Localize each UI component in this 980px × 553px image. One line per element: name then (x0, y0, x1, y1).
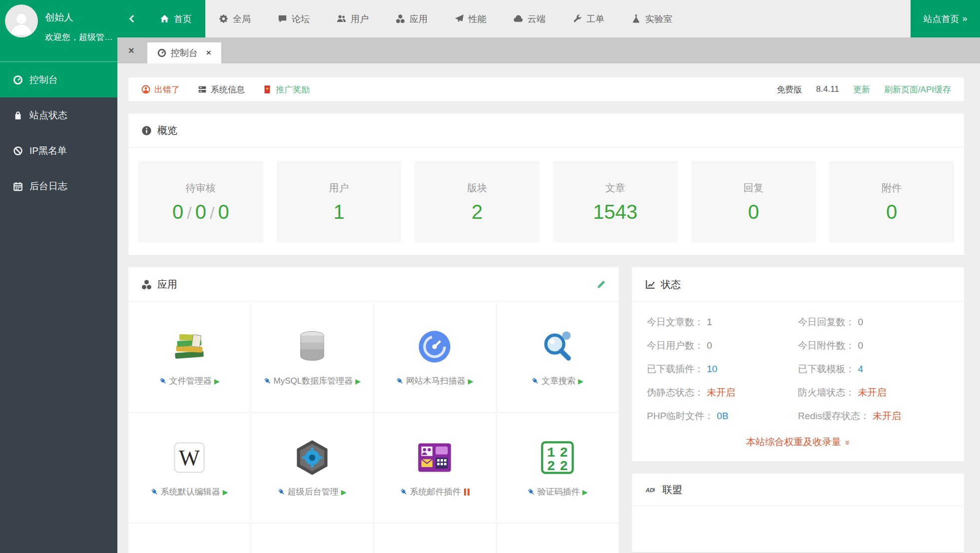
chart-line-icon (645, 279, 655, 290)
play-icon[interactable]: ▶ (578, 377, 583, 385)
pause-icon[interactable] (464, 489, 470, 496)
tab-dashboard[interactable]: 控制台 × (147, 42, 221, 63)
union-panel: AD 联盟 (632, 474, 964, 552)
topbar-spacer (686, 0, 911, 37)
status-label: 伪静态状态： (647, 386, 704, 399)
nav-item-云端[interactable]: 云端 (500, 0, 559, 37)
status-row-已下载模板: 已下载模板：4 (798, 363, 950, 376)
card-label: 用户 (329, 181, 349, 195)
status-label: 今日回复数： (798, 316, 855, 329)
app-tile-系统默认编辑器[interactable]: W系统默认编辑器▶ (128, 413, 251, 524)
app-name: 系统邮件插件 (410, 486, 461, 498)
file-manager-icon (170, 327, 209, 366)
site-home-button[interactable]: 站点首页 » (911, 0, 980, 37)
nav-item-用户[interactable]: 用户 (323, 0, 382, 37)
plug-icon (531, 377, 539, 385)
app-tile-验证码插件[interactable]: 1222验证码插件▶ (496, 413, 619, 524)
sidebar-item-IP黑名单[interactable]: IP黑名单 (0, 133, 117, 168)
article-search-icon (538, 327, 577, 366)
union-body (632, 506, 964, 552)
sidebar-item-后台日志[interactable]: 后台日志 (0, 168, 117, 204)
cubes-icon (396, 14, 405, 23)
status-label: 今日文章数： (647, 316, 704, 329)
edit-apps-button[interactable] (596, 280, 606, 289)
card-value: 2 (472, 202, 483, 222)
card-value-part: 0 (748, 201, 759, 223)
card-value-part: 1 (333, 201, 344, 223)
sidebar-item-站点状态[interactable]: 站点状态 (0, 97, 117, 133)
status-row-今日文章数: 今日文章数：1 (647, 316, 798, 329)
nav-item-论坛[interactable]: 论坛 (264, 0, 323, 37)
close-all-tabs-button[interactable]: × (123, 45, 139, 56)
status-label: PHP临时文件： (647, 410, 714, 423)
status-label: 已下载模板： (798, 363, 855, 376)
app-tile-partial[interactable] (496, 524, 619, 553)
app-tile-partial[interactable] (374, 524, 496, 553)
card-value-part: 2 (472, 201, 483, 223)
play-icon[interactable]: ▶ (341, 488, 347, 496)
nav-item-应用[interactable]: 应用 (382, 0, 441, 37)
nav-item-label: 论坛 (292, 13, 310, 25)
overview-card-附件: 附件0 (829, 161, 954, 242)
status-value[interactable]: 4 (858, 364, 864, 375)
plug-icon (278, 488, 286, 496)
app-tile-文章搜索[interactable]: 文章搜索▶ (496, 302, 619, 413)
toolbar-right-刷新页面/API缓存[interactable]: 刷新页面/API缓存 (884, 84, 951, 95)
app-tile-文件管理器[interactable]: 文件管理器▶ (128, 302, 251, 413)
app-tile-partial[interactable] (128, 524, 251, 553)
toolbar-link-label: 出错了 (154, 84, 180, 95)
user-panel[interactable]: 创始人 欢迎您，超级管… (0, 0, 117, 62)
nav-item-首页[interactable]: 首页 (146, 0, 205, 37)
status-value[interactable]: 10 (707, 364, 717, 375)
status-row-防火墙状态: 防火墙状态：未开启 (798, 386, 950, 399)
status-title: 状态 (661, 278, 681, 291)
play-icon[interactable]: ▶ (582, 488, 588, 496)
play-icon[interactable]: ▶ (223, 488, 228, 496)
close-tab-icon[interactable]: × (206, 48, 211, 58)
app-tile-网站木马扫描器[interactable]: 网站木马扫描器▶ (374, 302, 496, 413)
play-icon[interactable]: ▶ (214, 377, 220, 385)
dashboard-icon (157, 48, 166, 57)
status-header: 状态 (632, 267, 964, 302)
nav-item-全局[interactable]: 全局 (205, 0, 264, 37)
collapse-sidebar-button[interactable] (117, 0, 146, 37)
toolbar-link-推广奖励[interactable]: 推广奖励 (263, 84, 310, 95)
overview-header: 概览 (128, 113, 964, 148)
union-header: AD 联盟 (632, 474, 964, 506)
overview-cards: 待审核0/0/0用户1版块2文章1543回复0附件0 (128, 148, 964, 255)
sidebar-item-控制台[interactable]: 控制台 (0, 62, 117, 97)
toolbar-link-出错了[interactable]: 出错了 (141, 84, 180, 95)
status-value: 未开启 (858, 386, 887, 399)
plug-icon (527, 488, 535, 496)
ban-icon (13, 146, 23, 156)
app-name: 验证码插件 (537, 486, 580, 498)
nav-item-实验室[interactable]: 实验室 (618, 0, 686, 37)
default-editor-icon: W (170, 438, 209, 477)
home-icon (160, 14, 169, 23)
content-area: 出错了系统信息推广奖励 免费版8.4.11更新刷新页面/API缓存 概览 待审核… (117, 63, 980, 553)
toolbar-right: 免费版8.4.11更新刷新页面/API缓存 (777, 84, 951, 95)
seo-rank-link[interactable]: 本站综合权重及收录量» (632, 426, 964, 462)
plug-icon (400, 488, 408, 496)
app-tile-超级后台管理[interactable]: 超级后台管理▶ (251, 413, 374, 524)
gear-icon (219, 14, 228, 23)
plug-icon (151, 488, 159, 496)
app-tile-MySQL数据库管理器[interactable]: MySQL数据库管理器▶ (251, 302, 374, 413)
overview-card-回复: 回复0 (691, 161, 816, 242)
status-label: 今日用户数： (647, 339, 704, 352)
nav-item-性能[interactable]: 性能 (441, 0, 500, 37)
toolbar-right-更新[interactable]: 更新 (853, 84, 870, 95)
status-label: Redis缓存状态： (798, 410, 870, 423)
play-icon[interactable]: ▶ (468, 377, 474, 385)
tab-bar: × 控制台 × (117, 37, 980, 63)
status-row-Redis缓存状态: Redis缓存状态：未开启 (798, 410, 950, 423)
toolbar-link-系统信息[interactable]: 系统信息 (198, 84, 245, 95)
app-tile-partial[interactable]: 简 (251, 524, 374, 553)
main-column: 首页全局论坛用户应用性能云端工单实验室 站点首页 » × 控制台 × 出错了系统… (117, 0, 980, 553)
status-value[interactable]: 0B (717, 411, 728, 422)
apps-title: 应用 (157, 278, 177, 291)
toolbar-right-8.4.11: 8.4.11 (816, 84, 839, 94)
app-tile-系统邮件插件[interactable]: 系统邮件插件 (374, 413, 496, 524)
nav-item-工单[interactable]: 工单 (559, 0, 618, 37)
play-icon[interactable]: ▶ (355, 377, 361, 385)
